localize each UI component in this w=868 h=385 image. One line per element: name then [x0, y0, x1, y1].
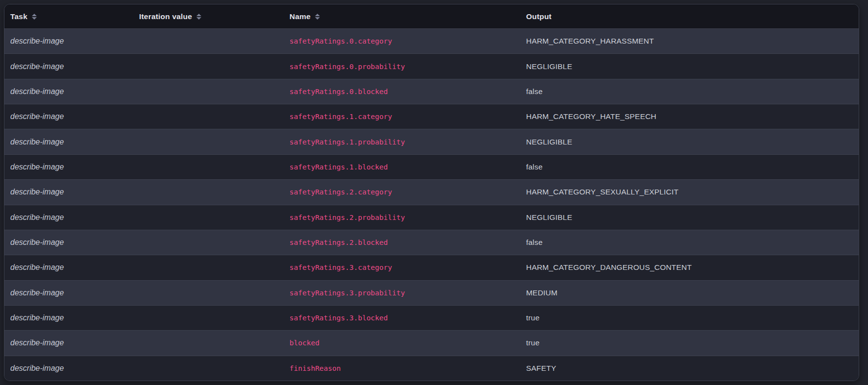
output-cell: true [520, 338, 859, 347]
task-cell: describe-image [4, 188, 133, 196]
table-row[interactable]: describe-image blocked true [4, 330, 859, 355]
name-cell: safetyRatings.1.probability [284, 138, 520, 146]
column-header-iteration-value-label: Iteration value [139, 12, 192, 21]
sort-icon[interactable] [32, 14, 37, 20]
task-cell: describe-image [4, 289, 133, 297]
table-row[interactable]: describe-image safetyRatings.3.category … [4, 255, 859, 280]
table-row[interactable]: describe-image safetyRatings.3.blocked t… [4, 305, 859, 330]
task-cell: describe-image [4, 238, 133, 247]
table-row[interactable]: describe-image safetyRatings.0.category … [4, 28, 859, 53]
output-cell: HARM_CATEGORY_HATE_SPEECH [520, 112, 859, 121]
column-header-name[interactable]: Name [284, 12, 520, 21]
sort-icon[interactable] [196, 14, 201, 20]
column-header-name-label: Name [289, 12, 311, 21]
task-cell: describe-image [4, 213, 133, 222]
name-cell: safetyRatings.2.blocked [284, 239, 520, 246]
sort-icon[interactable] [315, 14, 320, 20]
column-header-iteration-value[interactable]: Iteration value [133, 12, 284, 21]
column-header-task[interactable]: Task [4, 12, 133, 21]
table-row[interactable]: describe-image safetyRatings.1.category … [4, 104, 859, 129]
table-row[interactable]: describe-image finishReason SAFETY [4, 356, 859, 381]
output-cell: true [520, 313, 859, 322]
task-cell: describe-image [4, 163, 133, 171]
name-cell: safetyRatings.3.probability [284, 289, 520, 297]
task-cell: describe-image [4, 364, 133, 373]
task-cell: describe-image [4, 263, 133, 272]
output-cell: HARM_CATEGORY_DANGEROUS_CONTENT [520, 263, 859, 272]
table-header-row: Task Iteration value Name Output [4, 4, 859, 28]
table-row[interactable]: describe-image safetyRatings.1.blocked f… [4, 154, 859, 179]
column-header-output: Output [520, 12, 859, 21]
output-cell: false [520, 163, 859, 171]
name-cell: finishReason [284, 364, 520, 372]
name-cell: blocked [284, 339, 520, 347]
task-cell: describe-image [4, 338, 133, 347]
table-row[interactable]: describe-image safetyRatings.2.blocked f… [4, 230, 859, 255]
table-body: describe-image safetyRatings.0.category … [4, 28, 859, 381]
task-cell: describe-image [4, 37, 133, 46]
table-row[interactable]: describe-image safetyRatings.2.probabili… [4, 205, 859, 230]
column-header-task-label: Task [10, 12, 27, 21]
output-cell: SAFETY [520, 364, 859, 373]
table-row[interactable]: describe-image safetyRatings.2.category … [4, 179, 859, 204]
name-cell: safetyRatings.0.category [284, 37, 520, 45]
results-table: Task Iteration value Name Output describ… [4, 4, 859, 381]
table-row[interactable]: describe-image safetyRatings.0.blocked f… [4, 79, 859, 104]
name-cell: safetyRatings.1.blocked [284, 163, 520, 171]
name-cell: safetyRatings.3.blocked [284, 314, 520, 322]
name-cell: safetyRatings.0.probability [284, 63, 520, 71]
task-cell: describe-image [4, 138, 133, 146]
task-cell: describe-image [4, 313, 133, 322]
name-cell: safetyRatings.0.blocked [284, 88, 520, 96]
table-row[interactable]: describe-image safetyRatings.1.probabili… [4, 129, 859, 154]
output-cell: HARM_CATEGORY_HARASSMENT [520, 37, 859, 46]
name-cell: safetyRatings.3.category [284, 264, 520, 271]
task-cell: describe-image [4, 62, 133, 71]
output-cell: HARM_CATEGORY_SEXUALLY_EXPLICIT [520, 188, 859, 196]
task-cell: describe-image [4, 112, 133, 121]
column-header-output-label: Output [526, 12, 552, 21]
output-cell: false [520, 238, 859, 247]
output-cell: NEGLIGIBLE [520, 138, 859, 146]
task-cell: describe-image [4, 87, 133, 96]
name-cell: safetyRatings.2.probability [284, 214, 520, 221]
table-row[interactable]: describe-image safetyRatings.0.probabili… [4, 53, 859, 78]
name-cell: safetyRatings.1.category [284, 113, 520, 120]
table-row[interactable]: describe-image safetyRatings.3.probabili… [4, 280, 859, 305]
output-cell: NEGLIGIBLE [520, 213, 859, 222]
output-cell: MEDIUM [520, 289, 859, 297]
output-cell: NEGLIGIBLE [520, 62, 859, 71]
name-cell: safetyRatings.2.category [284, 188, 520, 196]
output-cell: false [520, 87, 859, 96]
